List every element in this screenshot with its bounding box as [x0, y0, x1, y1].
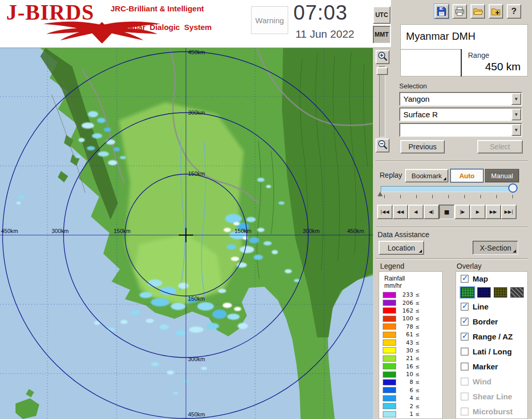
site-dropdown[interactable]: Yangon ▼: [399, 92, 522, 106]
overlay-item-label: Marker: [473, 362, 498, 371]
legend-value: 10: [399, 371, 413, 378]
zoom-slider-thumb[interactable]: [377, 67, 388, 75]
extra-dropdown[interactable]: ▼: [399, 123, 522, 137]
zoom-out-button[interactable]: [375, 138, 389, 152]
legend-row: 162≤: [383, 307, 441, 315]
map-checkbox[interactable]: [461, 275, 468, 283]
legend-swatch: [383, 292, 396, 298]
legend-swatch: [383, 403, 396, 409]
legend-row: 100≤: [383, 315, 441, 322]
legend-row: 2≤: [383, 402, 441, 410]
play-reverse-button[interactable]: ◀: [408, 205, 424, 219]
legend-swatch: [383, 339, 396, 346]
legend-value: 8: [399, 379, 413, 385]
legend-suffix: ≤: [415, 308, 419, 314]
timeline-handle[interactable]: [508, 183, 518, 193]
overlay-item-lati-long[interactable]: Lati / Long: [456, 344, 527, 359]
ring-label: 150km: [188, 296, 205, 302]
fast-rewind-button[interactable]: ◀◀: [393, 205, 408, 219]
extra-dropdown-value[interactable]: [400, 124, 511, 136]
overlay-item-line[interactable]: Line: [456, 299, 527, 314]
mmt-button[interactable]: MMT: [373, 26, 390, 43]
legend-swatch: [383, 371, 396, 378]
map-style-green-swatch[interactable]: [461, 287, 474, 298]
save-button[interactable]: [434, 4, 449, 19]
legend-row: 8≤: [383, 378, 441, 386]
legend-suffix: ≤: [415, 371, 419, 377]
legend-row: 6≤: [383, 386, 441, 394]
radar-map[interactable]: 450km 300km 150km 150km 300km 450km 450k…: [0, 48, 373, 419]
legend-value: 206: [399, 300, 413, 306]
logo-subtitle-line1: JRC-Brilliant & Intelligent: [111, 4, 204, 13]
overlay-item-border[interactable]: Border: [456, 314, 527, 329]
border-checkbox[interactable]: [461, 318, 468, 325]
legend-row: 30≤: [383, 347, 441, 354]
add-folder-button[interactable]: [489, 4, 503, 19]
overlay-panel: Map Line Border Range / AZ Lati / Long M…: [456, 271, 528, 419]
legend-swatch: [383, 411, 396, 417]
ring-label: 450km: [1, 228, 18, 234]
auto-mode-button[interactable]: Auto: [450, 169, 483, 182]
legend-row: 1≤: [383, 410, 441, 418]
print-button[interactable]: [452, 4, 467, 19]
legend-value: 43: [399, 339, 413, 346]
overlay-item-label: Wind: [473, 377, 492, 386]
manual-mode-button[interactable]: Manual: [485, 169, 519, 182]
zoom-out-icon: [377, 139, 388, 150]
overlay-item-wind: Wind: [456, 374, 527, 389]
skip-to-end-button[interactable]: ▶▶|: [501, 205, 517, 219]
overlay-item-shear-line: Shear Line: [456, 389, 527, 404]
legend-swatch: [383, 347, 396, 353]
site-dropdown-value[interactable]: Yangon: [400, 93, 511, 105]
product-dropdown[interactable]: Surface R ▼: [399, 107, 522, 121]
ring-label: 300km: [52, 228, 69, 234]
chevron-down-icon[interactable]: ▼: [511, 108, 521, 120]
lati-long-checkbox[interactable]: [461, 348, 468, 355]
zoom-in-button[interactable]: [375, 50, 389, 64]
bookmark-button[interactable]: Bookmark: [405, 169, 448, 182]
step-back-button[interactable]: ◀|: [424, 205, 439, 219]
line-checkbox[interactable]: [461, 303, 468, 311]
zoom-slider-track[interactable]: [379, 66, 385, 137]
overlay-item-microburst: Microburst: [456, 404, 527, 419]
legend-unit-line2: mm/hr: [384, 282, 402, 289]
ring-label: 150km: [234, 228, 252, 234]
location-button[interactable]: Location: [379, 241, 424, 255]
ring-label: 300km: [188, 356, 205, 362]
jbirds-app: J-BIRDS JRC-Brilliant & Intelligent Rada…: [0, 0, 532, 419]
map-style-navy-swatch[interactable]: [477, 287, 491, 298]
replay-timeline-track[interactable]: [381, 186, 516, 192]
overlay-item-marker[interactable]: Marker: [456, 359, 527, 374]
chevron-down-icon[interactable]: ▼: [511, 93, 521, 105]
legend-swatch: [383, 387, 396, 393]
previous-button[interactable]: Previous: [400, 140, 445, 153]
overlay-item-range-az[interactable]: Range / AZ: [456, 329, 527, 344]
map-style-olive-swatch[interactable]: [494, 287, 507, 298]
overlay-item-map[interactable]: Map: [456, 272, 527, 286]
fast-forward-button[interactable]: ▶▶: [486, 205, 501, 219]
range-az-checkbox[interactable]: [461, 333, 468, 340]
chevron-down-icon[interactable]: ▼: [511, 124, 521, 136]
data-assistance-label: Data Assistance: [378, 230, 429, 239]
step-forward-button[interactable]: |▶: [455, 205, 470, 219]
utc-button[interactable]: UTC: [373, 6, 390, 24]
select-button[interactable]: Select: [477, 140, 523, 153]
legend-title: Legend: [380, 262, 404, 270]
product-dropdown-value[interactable]: Surface R: [400, 108, 511, 120]
legend-suffix: ≤: [415, 300, 419, 306]
map-style-gray-swatch[interactable]: [510, 287, 524, 298]
clock-time: 07:03: [293, 1, 348, 24]
help-button[interactable]: ?: [507, 4, 521, 19]
legend-unit-line1: Rainfall: [384, 275, 405, 282]
legend-suffix: ≤: [415, 404, 419, 409]
skip-to-start-button[interactable]: |◀◀: [377, 205, 393, 219]
save-icon: [436, 6, 447, 17]
station-range-panel: Myanmar DMH Range 450 km: [400, 24, 528, 76]
x-section-button[interactable]: X-Section: [473, 241, 518, 255]
stop-button[interactable]: ■: [439, 205, 455, 219]
legend-row: 61≤: [383, 331, 441, 338]
play-button[interactable]: ▶: [470, 205, 486, 219]
open-folder-button[interactable]: [471, 4, 485, 19]
marker-checkbox[interactable]: [461, 363, 468, 370]
divider: [375, 258, 528, 259]
